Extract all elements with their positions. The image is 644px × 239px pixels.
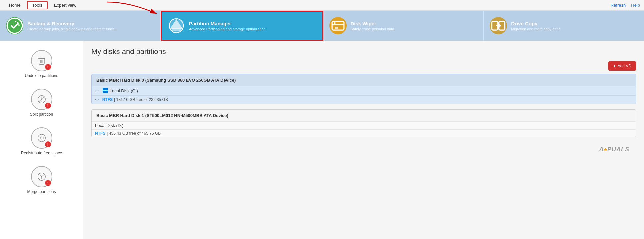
sidebar-item-split-partition[interactable]: ! Split partition xyxy=(3,86,80,119)
add-vd-button[interactable]: + Add VD xyxy=(608,61,636,71)
add-vd-plus-icon: + xyxy=(613,63,616,69)
nav-items-right: Refresh Help xyxy=(611,3,640,8)
nav-items-left: Home Tools Expert view xyxy=(4,1,81,9)
help-link[interactable]: Help xyxy=(631,3,640,8)
sidebar: ! Undelete partitions ! Split partition xyxy=(0,41,83,239)
sidebar-label-merge: Merge partitions xyxy=(27,189,56,194)
disk1-header: Basic MBR Hard Disk 1 (ST500LM012 HN-M50… xyxy=(92,110,636,121)
svg-point-6 xyxy=(334,22,335,24)
badge-icon: ! xyxy=(45,180,51,186)
sidebar-item-redistribute[interactable]: ! Redistribute free space xyxy=(3,125,80,158)
nav-tools[interactable]: Tools xyxy=(27,1,48,9)
svg-point-14 xyxy=(39,137,40,138)
svg-rect-18 xyxy=(105,88,108,90)
nav-home[interactable]: Home xyxy=(4,1,26,9)
svg-point-13 xyxy=(38,134,45,142)
tool-panel-drive-copy[interactable]: Drive Copy Migration and more copy annd xyxy=(484,11,644,41)
top-nav: Home Tools Expert view Refresh Help xyxy=(0,0,644,11)
disk0-partition-name-row: ··· Local Disk (C:) xyxy=(92,86,636,95)
disk0-menu-dots-1[interactable]: ··· xyxy=(95,88,99,94)
disk0-header: Basic MBR Hard Disk 0 (Samsung SSD 860 E… xyxy=(92,74,636,86)
disk1-partition-name-row: Local Disk (D:) xyxy=(92,121,636,129)
tool-panel-partition-manager[interactable]: Partition Manager Advanced Partitioning … xyxy=(161,11,323,41)
nav-expert-view[interactable]: Expert view xyxy=(49,1,81,9)
disk1-partition-d-size: | 456.43 GB free of 465.76 GB xyxy=(107,131,161,136)
disk0-partition-c-size: | 181.10 GB free of 232.35 GB xyxy=(114,97,168,102)
sidebar-label-split: Split partition xyxy=(30,112,53,117)
undelete-icon: ! xyxy=(31,50,52,71)
svg-rect-19 xyxy=(103,91,105,93)
svg-point-15 xyxy=(43,137,44,138)
top-actions-bar: + Add VD xyxy=(91,61,636,71)
sidebar-item-undelete-partitions[interactable]: ! Undelete partitions xyxy=(3,47,80,81)
disk-box-1: Basic MBR Hard Disk 1 (ST500LM012 HN-M50… xyxy=(91,109,636,137)
disk-wiper-desc: Safely erase personal data xyxy=(351,27,394,31)
disk-box-0: Basic MBR Hard Disk 0 (Samsung SSD 860 E… xyxy=(91,74,636,104)
sidebar-label-redistribute: Redistribute free space xyxy=(21,151,62,155)
disk0-menu-dots-2[interactable]: ··· xyxy=(95,97,99,102)
main-area: ! Undelete partitions ! Split partition xyxy=(0,41,644,239)
disk-wiper-title: Disk Wiper xyxy=(351,21,394,26)
tool-panel-backup-recovery[interactable]: Backup & Recovery Create backup jobs, si… xyxy=(0,11,161,41)
backup-recovery-desc: Create backup jobs, single backups and r… xyxy=(27,27,118,31)
split-icon: ! xyxy=(31,89,52,110)
add-vd-label: Add VD xyxy=(618,64,631,68)
disk1-partition-fs-row: NTFS | 456.43 GB free of 465.76 GB xyxy=(92,129,636,137)
refresh-link[interactable]: Refresh xyxy=(611,3,626,8)
svg-point-1 xyxy=(7,18,22,33)
disk1-partition-d-name: Local Disk (D:) xyxy=(95,123,123,128)
disk0-partition-c-name: Local Disk (C:) xyxy=(110,88,138,93)
merge-icon: ! xyxy=(31,166,52,187)
disk0-partition-c-fs: NTFS xyxy=(102,97,113,102)
content-area: My disks and partitions + Add VD Basic M… xyxy=(83,41,644,239)
tool-panel-disk-wiper[interactable]: Disk Wiper Safely erase personal data xyxy=(323,11,484,41)
partition-manager-icon xyxy=(168,17,185,34)
svg-rect-20 xyxy=(105,91,108,93)
badge-icon: ! xyxy=(45,64,51,70)
sidebar-label-undelete: Undelete partitions xyxy=(25,73,58,78)
drive-copy-title: Drive Copy xyxy=(511,21,561,26)
watermark-area: A♠PUALS xyxy=(91,143,636,155)
svg-rect-3 xyxy=(172,28,181,31)
windows-icon xyxy=(102,88,108,94)
drive-copy-icon xyxy=(490,17,507,34)
partition-manager-title: Partition Manager xyxy=(189,21,266,26)
disk-wiper-icon xyxy=(329,17,347,34)
disk1-partition-d-fs: NTFS xyxy=(95,131,105,136)
page-title: My disks and partitions xyxy=(91,47,636,56)
sidebar-item-merge[interactable]: ! Merge partitions xyxy=(3,163,80,197)
drive-copy-desc: Migration and more copy annd xyxy=(511,27,561,31)
svg-rect-17 xyxy=(103,88,105,90)
disk0-partition-fs-row: ··· NTFS | 181.10 GB free of 232.35 GB xyxy=(92,95,636,104)
appuals-logo: A♠PUALS xyxy=(599,146,629,153)
tools-row: Backup & Recovery Create backup jobs, si… xyxy=(0,11,644,41)
badge-icon: ! xyxy=(45,141,51,147)
backup-recovery-icon xyxy=(6,17,23,34)
partition-manager-desc: Advanced Partitioning and storage optimi… xyxy=(189,27,266,31)
redistribute-icon: ! xyxy=(31,127,52,149)
badge-icon: ! xyxy=(45,103,51,109)
backup-recovery-title: Backup & Recovery xyxy=(27,21,118,26)
